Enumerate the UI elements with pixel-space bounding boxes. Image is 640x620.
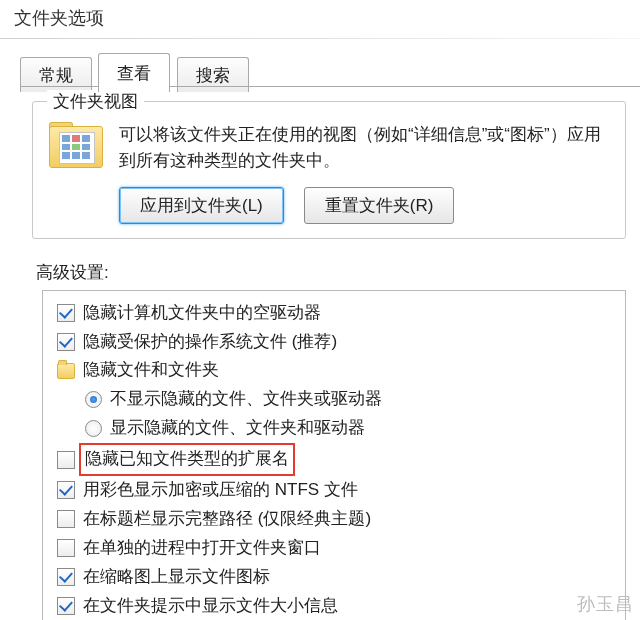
checkbox-icon[interactable] (57, 333, 75, 351)
checkbox-icon[interactable] (57, 304, 75, 322)
option-color-encrypted-ntfs[interactable]: 用彩色显示加密或压缩的 NTFS 文件 (43, 476, 625, 505)
option-hide-known-extensions[interactable]: 隐藏已知文件类型的扩展名 (43, 443, 625, 476)
option-label: 显示隐藏的文件、文件夹和驱动器 (110, 414, 365, 443)
tab-view[interactable]: 查看 (98, 53, 170, 92)
folder-view-description: 可以将该文件夹正在使用的视图（例如“详细信息”或“图标”）应用到所有这种类型的文… (119, 122, 611, 175)
option-hide-empty-drives[interactable]: 隐藏计算机文件夹中的空驱动器 (43, 299, 625, 328)
option-show-hidden[interactable]: 显示隐藏的文件、文件夹和驱动器 (43, 414, 625, 443)
group-label: 隐藏文件和文件夹 (83, 356, 219, 385)
folder-view-legend: 文件夹视图 (47, 90, 144, 113)
tab-row: 常规 查看 搜索 (20, 53, 626, 87)
option-dont-show-hidden[interactable]: 不显示隐藏的文件、文件夹或驱动器 (43, 385, 625, 414)
apply-to-folders-button[interactable]: 应用到文件夹(L) (119, 187, 284, 224)
title-separator (0, 38, 640, 39)
checkbox-icon[interactable] (57, 597, 75, 615)
checkbox-icon[interactable] (57, 451, 75, 469)
advanced-settings-listbox[interactable]: 隐藏计算机文件夹中的空驱动器 隐藏受保护的操作系统文件 (推荐) 隐藏文件和文件… (42, 290, 626, 620)
reset-folders-button[interactable]: 重置文件夹(R) (304, 187, 455, 224)
option-label: 隐藏已知文件类型的扩展名 (79, 443, 295, 476)
option-filesize-in-tips[interactable]: 在文件夹提示中显示文件大小信息 (43, 592, 625, 620)
radio-icon[interactable] (85, 420, 102, 437)
option-label: 用彩色显示加密或压缩的 NTFS 文件 (83, 476, 358, 505)
option-label: 在单独的进程中打开文件夹窗口 (83, 534, 321, 563)
option-label: 在缩略图上显示文件图标 (83, 563, 270, 592)
window-title: 文件夹选项 (0, 0, 640, 38)
option-thumbnail-file-icons[interactable]: 在缩略图上显示文件图标 (43, 563, 625, 592)
folder-view-icon (47, 122, 105, 172)
watermark-text: 孙玉昌 (577, 592, 634, 616)
folder-view-group: 文件夹视图 可以将该文件夹正在使用的视图（例如“详细信息”或“图标”）应用到所有… (32, 101, 626, 239)
option-separate-process[interactable]: 在单独的进程中打开文件夹窗口 (43, 534, 625, 563)
option-label: 在文件夹提示中显示文件大小信息 (83, 592, 338, 620)
checkbox-icon[interactable] (57, 568, 75, 586)
group-hidden-files: 隐藏文件和文件夹 (43, 356, 625, 385)
option-label: 隐藏计算机文件夹中的空驱动器 (83, 299, 321, 328)
client-area: 常规 查看 搜索 文件夹视图 可以将该文件夹正在使用的视图（例如“详细信息”或“… (0, 53, 640, 620)
advanced-settings-label: 高级设置: (36, 261, 626, 284)
radio-icon[interactable] (85, 391, 102, 408)
checkbox-icon[interactable] (57, 481, 75, 499)
option-label: 不显示隐藏的文件、文件夹或驱动器 (110, 385, 382, 414)
folder-options-window: 文件夹选项 常规 查看 搜索 文件夹视图 可以将该文件夹正在使用的视图（例如“详… (0, 0, 640, 620)
option-label: 在标题栏显示完整路径 (仅限经典主题) (83, 505, 371, 534)
folder-icon (57, 363, 75, 379)
option-hide-protected-os-files[interactable]: 隐藏受保护的操作系统文件 (推荐) (43, 328, 625, 357)
checkbox-icon[interactable] (57, 539, 75, 557)
checkbox-icon[interactable] (57, 510, 75, 528)
option-full-path-titlebar[interactable]: 在标题栏显示完整路径 (仅限经典主题) (43, 505, 625, 534)
option-label: 隐藏受保护的操作系统文件 (推荐) (83, 328, 337, 357)
